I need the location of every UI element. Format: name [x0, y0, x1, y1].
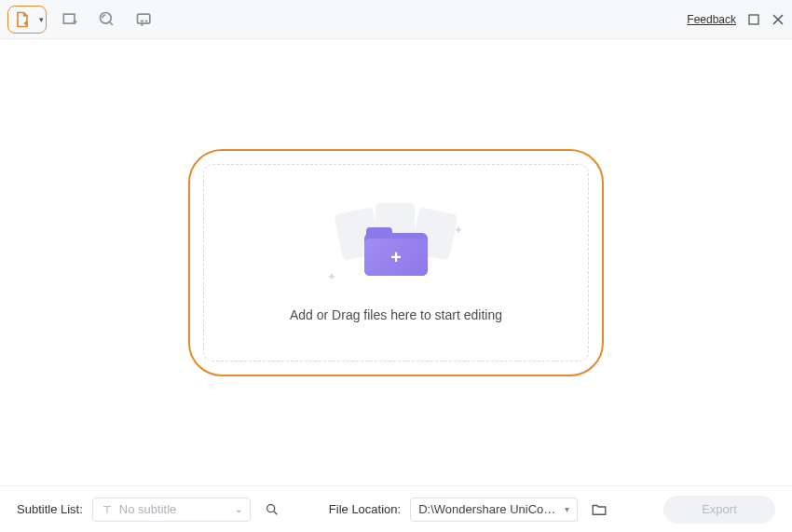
effects-button[interactable] [93, 6, 121, 34]
chevron-down-icon: ▾ [39, 15, 44, 24]
subtitle-button[interactable] [130, 6, 158, 34]
file-location-value: D:\Wondershare UniConverter 1 [418, 502, 559, 516]
chevron-down-icon: ▾ [565, 504, 569, 514]
effects-icon [98, 10, 116, 29]
subtitle-icon [135, 10, 154, 29]
file-location-select[interactable]: D:\Wondershare UniConverter 1 ▾ [410, 498, 578, 522]
close-icon [772, 14, 784, 25]
subtitle-list-label: Subtitle List: [17, 502, 83, 516]
dropzone-illustration: ✦ ✦ + [331, 203, 461, 287]
toolbar-left: ▾ [7, 6, 158, 34]
maximize-button[interactable] [747, 13, 760, 26]
main-area: ✦ ✦ + Add or Drag files here to start ed… [0, 39, 792, 485]
feedback-link[interactable]: Feedback [687, 13, 736, 26]
dropzone-prompt: Add or Drag files here to start editing [290, 307, 502, 322]
export-button-label: Export [702, 502, 737, 516]
search-icon [265, 502, 280, 517]
toolbar: ▾ Feedback [0, 0, 792, 39]
file-location-label: File Location: [329, 502, 401, 516]
folder-plus-icon: + [364, 229, 428, 276]
search-subtitle-button[interactable] [260, 498, 284, 522]
file-plus-icon [13, 10, 32, 29]
svg-rect-0 [63, 14, 75, 23]
crop-icon [61, 10, 79, 29]
svg-rect-2 [138, 14, 150, 23]
add-file-button[interactable]: ▾ [7, 6, 47, 34]
footer-bar: Subtitle List: No subtitle ⌄ File Locati… [0, 485, 792, 532]
dropzone[interactable]: ✦ ✦ + Add or Drag files here to start ed… [203, 164, 589, 361]
dropzone-highlight: ✦ ✦ + Add or Drag files here to start ed… [188, 149, 604, 376]
toolbar-right: Feedback [687, 13, 785, 26]
subtitle-select-value: No subtitle [119, 502, 229, 516]
crop-button[interactable] [56, 6, 84, 34]
folder-icon [591, 501, 608, 518]
text-icon [101, 503, 114, 516]
export-button[interactable]: Export [663, 496, 775, 524]
maximize-icon [748, 14, 759, 25]
open-folder-button[interactable] [587, 498, 611, 522]
svg-point-4 [266, 504, 274, 512]
svg-rect-3 [749, 15, 758, 24]
close-button[interactable] [772, 13, 785, 26]
chevron-down-icon: ⌄ [235, 504, 242, 514]
subtitle-select[interactable]: No subtitle ⌄ [92, 498, 251, 522]
